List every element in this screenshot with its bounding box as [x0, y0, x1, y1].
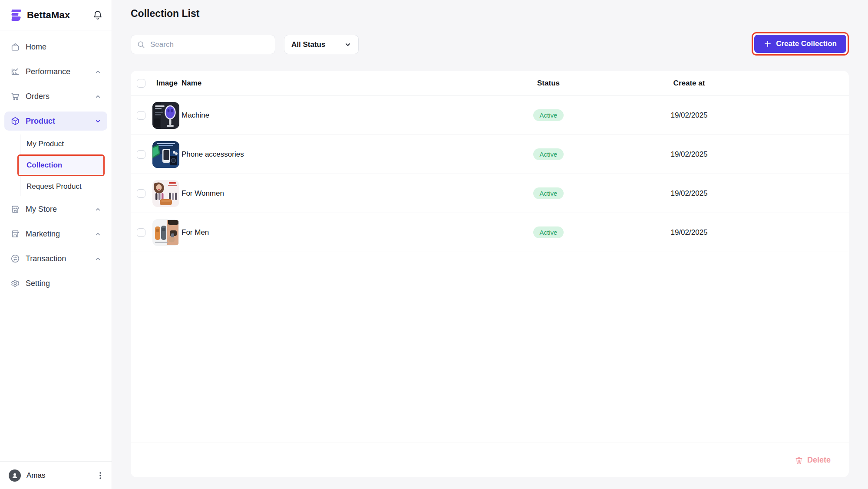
- column-header-name: Name: [182, 79, 518, 88]
- marketing-store-icon: [10, 229, 20, 239]
- main-content: Collection List All Status Create Collec…: [112, 0, 868, 489]
- sidebar-item-performance[interactable]: Performance: [4, 62, 107, 81]
- plus-icon: [764, 40, 772, 48]
- delete-button[interactable]: Delete: [795, 456, 831, 465]
- create-at-date: 19/02/2025: [641, 111, 737, 120]
- column-header-image: Image: [152, 79, 182, 88]
- chevron-up-icon: [95, 206, 101, 213]
- create-collection-label: Create Collection: [776, 39, 837, 48]
- collection-name: Phone accessories: [182, 150, 518, 159]
- sidebar-item-home[interactable]: Home: [4, 37, 107, 56]
- sidebar-item-label: Orders: [26, 92, 50, 101]
- user-profile-row: Amas: [0, 461, 112, 489]
- sidebar-item-label: Product: [26, 117, 55, 126]
- column-header-create-at: Create at: [641, 79, 737, 88]
- sidebar-item-label: Marketing: [26, 230, 60, 239]
- collection-name: For Men: [182, 228, 518, 237]
- sidebar-header: BettaMax: [0, 0, 112, 30]
- sidebar-item-product[interactable]: Product: [4, 112, 107, 131]
- status-badge: Active: [533, 109, 564, 121]
- person-icon: [11, 472, 19, 479]
- status-badge: Active: [533, 148, 564, 160]
- status-filter-value: All Status: [291, 40, 325, 49]
- bettamax-logo-icon: [9, 8, 23, 23]
- row-checkbox[interactable]: [137, 189, 145, 198]
- for-men-collection-image: [152, 219, 179, 246]
- chevron-up-icon: [95, 93, 101, 100]
- chevron-up-icon: [95, 69, 101, 75]
- sidebar-item-label: Performance: [26, 67, 70, 76]
- chevron-down-icon: [344, 41, 351, 48]
- setting-gear-icon: [10, 279, 20, 288]
- create-at-date: 19/02/2025: [641, 228, 737, 237]
- collection-table-card: Image Name Status Create at: [131, 71, 849, 477]
- sidebar-item-label: Request Product: [26, 182, 82, 191]
- table-footer: Delete: [131, 443, 849, 477]
- table-row[interactable]: For Wonmen Active 19/02/2025: [131, 174, 849, 213]
- sidebar-item-setting[interactable]: Setting: [4, 274, 107, 293]
- chevron-down-icon: [95, 118, 101, 125]
- page-title: Collection List: [131, 8, 199, 20]
- sidebar-nav: Home Performance Orders Product M: [0, 30, 112, 299]
- column-header-status: Status: [518, 79, 579, 88]
- user-avatar-icon: [9, 469, 21, 482]
- sidebar-item-label: Collection: [26, 161, 62, 170]
- row-checkbox[interactable]: [137, 111, 145, 120]
- select-all-checkbox[interactable]: [137, 79, 145, 88]
- search-field: [131, 35, 275, 54]
- collection-name: For Wonmen: [182, 189, 518, 198]
- sidebar-item-transaction[interactable]: Transaction: [4, 249, 107, 268]
- table-row[interactable]: Machine Active 19/02/2025: [131, 96, 849, 135]
- status-badge: Active: [533, 226, 564, 238]
- notification-bell-icon[interactable]: [92, 10, 103, 20]
- status-badge: Active: [533, 187, 564, 199]
- phone-accessories-collection-image: [152, 141, 179, 168]
- performance-chart-icon: [10, 67, 20, 76]
- sidebar: BettaMax Home Performance Orders: [0, 0, 112, 489]
- sidebar-item-my-store[interactable]: My Store: [4, 200, 107, 219]
- for-women-collection-image: [152, 180, 179, 207]
- machine-collection-image: [152, 102, 179, 129]
- toolbar: All Status Create Collection: [131, 35, 849, 56]
- row-checkbox[interactable]: [137, 150, 145, 159]
- sidebar-item-label: Transaction: [26, 254, 66, 263]
- row-checkbox[interactable]: [137, 228, 145, 237]
- orders-cart-icon: [10, 92, 20, 101]
- annotation-highlight-create: Create Collection: [752, 32, 849, 56]
- sidebar-item-label: Setting: [26, 279, 50, 288]
- search-icon: [137, 40, 145, 49]
- home-icon: [10, 42, 20, 52]
- sidebar-item-orders[interactable]: Orders: [4, 87, 107, 106]
- create-at-date: 19/02/2025: [641, 189, 737, 198]
- sidebar-item-my-product[interactable]: My Product: [20, 135, 107, 154]
- create-collection-button[interactable]: Create Collection: [754, 35, 846, 53]
- sidebar-item-label: Home: [26, 43, 46, 52]
- annotation-highlight-collection: Collection: [17, 154, 105, 176]
- create-at-date: 19/02/2025: [641, 150, 737, 159]
- transaction-arrows-icon: [10, 254, 20, 263]
- store-icon: [10, 204, 20, 214]
- brand-name: BettaMax: [27, 10, 70, 21]
- delete-label: Delete: [807, 456, 831, 465]
- product-submenu: My Product Collection Request Product: [20, 135, 107, 196]
- search-input[interactable]: [131, 35, 275, 54]
- sidebar-item-request-product[interactable]: Request Product: [20, 177, 107, 196]
- sidebar-item-label: My Product: [26, 140, 64, 148]
- chevron-up-icon: [95, 256, 101, 262]
- sidebar-item-label: My Store: [26, 205, 57, 214]
- table-header-row: Image Name Status Create at: [131, 71, 849, 96]
- kebab-menu-icon[interactable]: [96, 471, 105, 480]
- table-row[interactable]: Phone accessories Active 19/02/2025: [131, 135, 849, 174]
- sidebar-item-collection[interactable]: Collection: [19, 156, 103, 175]
- product-box-icon: [10, 116, 20, 126]
- chevron-up-icon: [95, 231, 101, 237]
- trash-icon: [795, 456, 803, 465]
- collection-name: Machine: [182, 111, 518, 120]
- table-row[interactable]: For Men Active 19/02/2025: [131, 213, 849, 252]
- user-name: Amas: [26, 471, 45, 480]
- sidebar-item-marketing[interactable]: Marketing: [4, 224, 107, 243]
- status-filter-dropdown[interactable]: All Status: [284, 35, 359, 54]
